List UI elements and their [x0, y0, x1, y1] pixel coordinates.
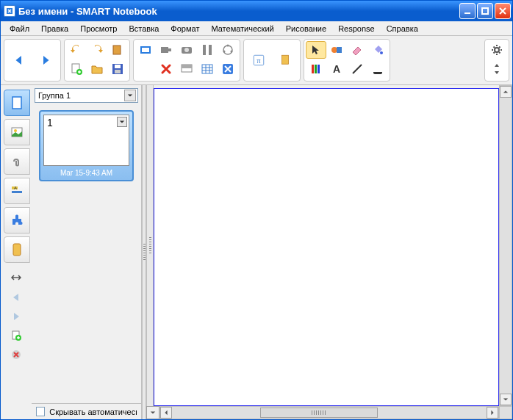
- document-camera-button[interactable]: [156, 41, 176, 59]
- menu-file[interactable]: Файл: [4, 23, 35, 35]
- pens-button[interactable]: [306, 60, 326, 78]
- maximize-button[interactable]: [477, 3, 493, 19]
- response-tab[interactable]: [4, 236, 30, 263]
- menu-draw[interactable]: Рисование: [280, 23, 332, 35]
- main-toolbar: π A: [1, 36, 512, 85]
- next-page-button[interactable]: [32, 41, 59, 79]
- hscroll-thumb[interactable]: [260, 408, 378, 418]
- group-select[interactable]: Группа 1: [35, 88, 138, 103]
- delete-button[interactable]: [156, 60, 176, 78]
- panel-delete-button[interactable]: [6, 347, 26, 363]
- menu-math[interactable]: Математический: [205, 23, 279, 35]
- attachments-tab[interactable]: [4, 148, 30, 175]
- vertical-scrollbar[interactable]: [499, 85, 512, 406]
- insert-table-button[interactable]: [197, 60, 218, 78]
- svg-rect-39: [12, 97, 21, 109]
- canvas-left-splitter[interactable]: [146, 85, 154, 406]
- svg-rect-19: [202, 65, 212, 73]
- math-pi-button[interactable]: π: [245, 41, 272, 79]
- creative-pen-button[interactable]: [367, 60, 388, 78]
- scroll-left-button[interactable]: [160, 407, 172, 419]
- screen-capture-button[interactable]: [135, 41, 156, 59]
- auto-hide-row: Скрывать автоматически: [32, 403, 141, 419]
- menu-insert[interactable]: Вставка: [123, 23, 165, 35]
- panel-prev-button[interactable]: [6, 289, 26, 305]
- show-hide-button[interactable]: [272, 41, 298, 79]
- undo-button[interactable]: [66, 41, 87, 59]
- auto-hide-checkbox[interactable]: [36, 407, 45, 416]
- paste-button[interactable]: [107, 41, 128, 59]
- insert-ruler-button[interactable]: [197, 41, 218, 59]
- svg-rect-18: [209, 45, 212, 55]
- menu-bar: Файл Правка Просмотр Вставка Формат Мате…: [1, 21, 512, 36]
- redo-button[interactable]: [87, 41, 107, 59]
- svg-rect-12: [168, 48, 171, 51]
- panel-next-button[interactable]: [6, 308, 26, 325]
- svg-rect-37: [373, 70, 382, 72]
- scroll-up-button[interactable]: [500, 86, 512, 98]
- svg-text:A: A: [14, 186, 17, 190]
- page-canvas[interactable]: [154, 88, 499, 406]
- save-button[interactable]: [107, 60, 128, 78]
- menu-help[interactable]: Справка: [381, 23, 424, 35]
- addons-tab[interactable]: [4, 207, 30, 233]
- add-page-button[interactable]: [66, 60, 87, 78]
- svg-point-21: [227, 45, 229, 47]
- svg-rect-8: [115, 70, 121, 73]
- menu-view[interactable]: Просмотр: [74, 23, 123, 35]
- fullscreen-button[interactable]: [218, 60, 238, 78]
- svg-rect-43: [12, 191, 22, 193]
- open-button[interactable]: [87, 60, 107, 78]
- svg-rect-5: [113, 46, 121, 54]
- svg-point-20: [223, 46, 232, 54]
- settings-button[interactable]: [487, 41, 507, 59]
- minimize-button[interactable]: [459, 3, 476, 19]
- auto-hide-label: Скрывать автоматически: [49, 408, 137, 416]
- select-tool-button[interactable]: [306, 41, 326, 59]
- svg-rect-32: [337, 47, 342, 53]
- svg-line-34: [353, 65, 362, 73]
- svg-point-41: [14, 129, 17, 132]
- svg-rect-10: [142, 48, 149, 52]
- panel-add-button[interactable]: [6, 327, 26, 344]
- text-tool-button[interactable]: A: [326, 60, 347, 78]
- line-tool-button[interactable]: [347, 60, 367, 78]
- move-toolbar-button[interactable]: [487, 60, 507, 78]
- prev-page-button[interactable]: [6, 41, 32, 79]
- eraser-button[interactable]: [347, 41, 367, 59]
- svg-rect-16: [182, 65, 192, 68]
- svg-rect-29: [315, 65, 317, 73]
- scroll-down-button[interactable]: [500, 394, 512, 405]
- fill-tool-button[interactable]: [367, 41, 388, 59]
- svg-point-35: [380, 51, 383, 54]
- geogebra-button[interactable]: [218, 41, 238, 59]
- svg-rect-17: [203, 45, 206, 55]
- svg-rect-2: [482, 8, 488, 14]
- thumbnail-menu-button[interactable]: [117, 117, 127, 127]
- svg-rect-1: [464, 12, 470, 14]
- menu-edit[interactable]: Правка: [35, 23, 74, 35]
- window-title: Без имени - SMART Notebook: [18, 6, 459, 17]
- scroll-corner: [499, 406, 512, 419]
- page-thumbnail[interactable]: 1 Mar 15-9:43 AM: [39, 110, 134, 181]
- scroll-corner-down[interactable]: [146, 406, 159, 419]
- shape-tool-button[interactable]: [326, 41, 347, 59]
- properties-tab[interactable]: A: [4, 178, 30, 204]
- screen-shade-button[interactable]: [176, 60, 197, 78]
- close-button[interactable]: [495, 3, 511, 19]
- svg-rect-28: [312, 65, 314, 73]
- chevron-down-icon[interactable]: [124, 90, 136, 101]
- page-sorter-tab[interactable]: [4, 90, 30, 116]
- svg-point-38: [495, 48, 499, 52]
- menu-format[interactable]: Формат: [165, 23, 205, 35]
- page-sorter-panel: Группа 1 1 Mar 15-9:43 AM Скрывать автом…: [32, 85, 142, 419]
- horizontal-scrollbar[interactable]: [159, 406, 499, 419]
- svg-point-14: [184, 48, 189, 52]
- scroll-right-button[interactable]: [487, 407, 498, 419]
- menu-response[interactable]: Response: [332, 23, 381, 35]
- svg-text:π: π: [256, 57, 261, 65]
- collapse-panel-button[interactable]: [9, 270, 24, 285]
- page-number: 1: [47, 117, 53, 128]
- gallery-tab[interactable]: [4, 119, 30, 145]
- camera-button[interactable]: [176, 41, 197, 59]
